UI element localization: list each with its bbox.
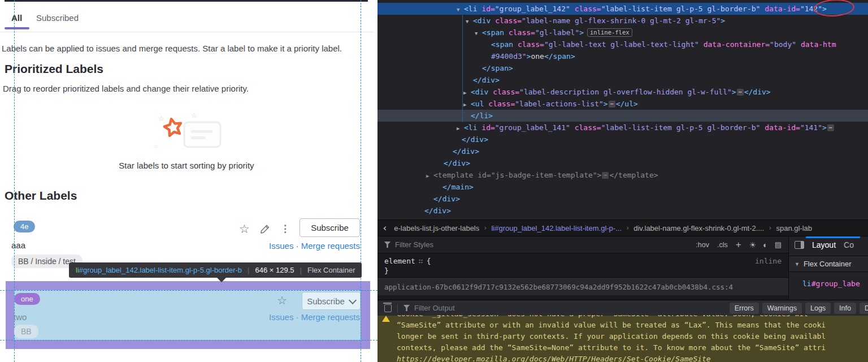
flex-badge[interactable]: inline-flex	[587, 28, 632, 37]
star-priority-icon[interactable]: ☆	[239, 222, 250, 236]
sidebar-toggle-icon[interactable]	[795, 241, 804, 249]
code-token: "gl-label-text gl-label-text-light"	[544, 40, 699, 49]
code-token: </template>	[609, 171, 658, 179]
code-token: <ul	[471, 100, 488, 108]
chevron-down-icon: ▼	[795, 261, 800, 267]
collapsed-content-icon[interactable]: ⋯	[827, 124, 834, 131]
flex-container-section-header[interactable]: ▼ Flex Container	[789, 256, 868, 272]
star-priority-icon[interactable]: ☆	[277, 294, 287, 307]
warning-doc-link[interactable]: https://developer.mozilla.org/docs/Web/H…	[377, 354, 868, 362]
breadcrumb-item[interactable]: div.label-name.gl-flex-shrink-0.gl-mt-2.…	[633, 224, 764, 232]
print-media-icon[interactable]: ▤	[775, 240, 782, 249]
flex-container-element-link[interactable]: li#group_labe	[802, 279, 860, 288]
svg-text:☆: ☆	[154, 143, 159, 149]
priority-empty-text: Star labels to start sorting by priority	[0, 161, 373, 170]
markup-line[interactable]: </div>	[377, 205, 868, 217]
prioritized-labels-heading: Prioritized Labels	[5, 62, 103, 76]
expand-arrow-icon[interactable]: ▼	[466, 16, 473, 28]
light-scheme-icon[interactable]: ☀	[749, 240, 757, 249]
breadcrumb-item[interactable]: span.gl-lab	[776, 224, 812, 232]
console-filter-logs-button[interactable]: Logs	[805, 303, 831, 314]
label-badge-4e[interactable]: 4e	[14, 221, 35, 232]
code-token: "gl-label"	[535, 28, 579, 37]
subscribe-dropdown-button[interactable]: Subscribe	[302, 292, 361, 310]
expand-arrow-icon[interactable]: ▶	[463, 99, 471, 111]
markup-line[interactable]: </div>	[377, 133, 868, 145]
markup-line[interactable]: ▼<div class="label-name gl-flex-shrink-0…	[377, 15, 868, 27]
collapsed-content-icon[interactable]: ⋯	[609, 101, 615, 107]
pseudo-class-button[interactable]: :hov	[696, 241, 709, 249]
add-rule-button[interactable]: +	[736, 239, 741, 251]
active-tab-indicator	[5, 27, 29, 29]
breadcrumb-back-icon[interactable]: ‹	[380, 222, 390, 234]
warning-text-line: longer be sent in third-party contexts. …	[377, 331, 868, 342]
markup-line[interactable]: </div>	[377, 145, 868, 157]
markup-line[interactable]: ▶<li id="group_label_141" class="label-l…	[377, 122, 868, 133]
tab-layout[interactable]: Layout	[812, 240, 836, 249]
markup-line[interactable]: </main>	[377, 181, 868, 193]
tab-computed[interactable]: Co	[844, 240, 854, 249]
rule-selector[interactable]: element	[384, 257, 415, 265]
kebab-menu-icon[interactable]: ⋮	[280, 223, 290, 235]
collapsed-content-icon[interactable]: ⋯	[602, 172, 609, 179]
code-token: data-id=	[765, 123, 800, 132]
expand-arrow-icon[interactable]: ▶	[463, 87, 471, 99]
expand-arrow-icon[interactable]: ▶	[457, 123, 464, 135]
breadcrumb-item[interactable]: e-labels-list.js-other-labels	[394, 224, 479, 232]
stylesheet-link[interactable]: application-67bc0612f9d717c9132e562be687…	[377, 278, 788, 295]
issues-merge-requests-links[interactable]: Issues · Merge requests	[190, 241, 360, 251]
markup-line[interactable]: #9400d3">one</span>	[377, 50, 868, 62]
markup-line[interactable]: ▶<template id="js-badge-item-template">⋯…	[377, 169, 868, 181]
clear-console-icon[interactable]	[384, 304, 392, 312]
console-filter-errors-button[interactable]: Errors	[730, 303, 759, 314]
scoped-label-badge[interactable]: BB	[14, 325, 38, 338]
console-toolbar: Filter Output ErrorsWarningsLogsInfoD	[377, 300, 868, 316]
code-token	[796, 40, 801, 49]
console-filter-warnings-button[interactable]: Warnings	[762, 303, 802, 314]
markup-line[interactable]: </div>	[377, 74, 868, 86]
expand-arrow-icon[interactable]: ▼	[457, 4, 464, 16]
flex-container-label: Flex Container	[804, 260, 852, 268]
markup-line[interactable]: <span class="gl-label-text gl-label-text…	[377, 38, 868, 50]
filter-styles-input[interactable]: Filter Styles	[395, 240, 433, 249]
edit-pencil-icon[interactable]	[260, 225, 270, 236]
markup-line[interactable]: ▶<ul class="label-actions-list">⋯</ul>	[377, 98, 868, 110]
subscribe-button[interactable]: Subscribe	[300, 218, 360, 237]
subscribe-button-label: Subscribe	[311, 223, 349, 232]
markup-line[interactable]: </span>	[377, 62, 868, 74]
markup-line[interactable]: </div>	[377, 157, 868, 169]
tabs-divider	[0, 32, 374, 32]
display-type-badge[interactable]: inline	[755, 257, 782, 265]
console-filter-info-button[interactable]: Info	[834, 303, 856, 314]
expand-arrow-icon[interactable]: ▼	[475, 28, 482, 40]
inspector-guide-bottom	[0, 340, 377, 341]
markup-line[interactable]: </div>	[377, 193, 868, 205]
code-token: </div>	[424, 206, 451, 215]
issues-merge-requests-links[interactable]: Issues · Merge requests	[190, 312, 360, 322]
filter-output-input[interactable]: Filter Output	[414, 304, 455, 312]
console-filter-d-button[interactable]: D	[860, 303, 868, 314]
warning-icon	[382, 315, 390, 322]
class-toggle-button[interactable]: .cls	[717, 241, 728, 249]
code-token: class=	[575, 123, 601, 132]
expand-arrow-icon[interactable]: ▶	[426, 170, 433, 182]
markup-line[interactable]: </li>	[377, 110, 868, 122]
markup-line[interactable]: ▶<div class="label-description gl-overfl…	[377, 86, 868, 98]
tab-subscribed[interactable]: Subscribed	[36, 13, 79, 23]
markup-line[interactable]: ▼<span class="gl-label">inline-flex	[377, 27, 868, 38]
code-token: data-id=	[765, 5, 800, 13]
code-token: </div>	[462, 135, 488, 144]
tab-all[interactable]: All	[11, 13, 22, 23]
breadcrumb-item[interactable]: li#group_label_142.label-list-item.gl-p-…	[491, 224, 622, 232]
label-badge-one[interactable]: one	[14, 293, 40, 305]
dark-scheme-icon[interactable]: ◐	[763, 240, 767, 249]
code-token: </li>	[471, 111, 493, 120]
tooltip-arrow	[217, 278, 226, 282]
code-token	[570, 123, 575, 132]
console-warning-message[interactable]: Cookie “_gitlab_session” does not have a…	[377, 315, 868, 362]
other-labels-heading: Other Labels	[5, 189, 77, 202]
markup-line[interactable]: ▼<li id="group_label_142" class="label-l…	[377, 3, 868, 15]
card-shape	[184, 122, 220, 147]
collapsed-content-icon[interactable]: ⋯	[737, 89, 744, 96]
code-token: >	[597, 171, 602, 179]
